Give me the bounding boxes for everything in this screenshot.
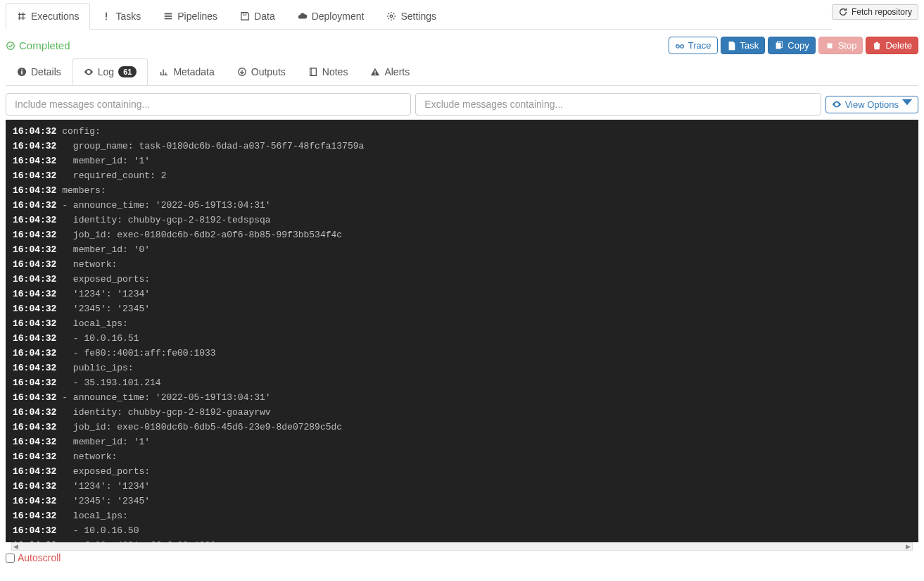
log-line: 16:04:32 local_ips:: [13, 316, 911, 331]
horizontal-scrollbar[interactable]: ◀▶: [11, 542, 913, 551]
exclamation-icon: [101, 11, 111, 21]
log-line: 16:04:32 '2345': '2345': [13, 301, 911, 316]
refresh-icon: [838, 7, 848, 17]
status-label: Completed: [19, 39, 70, 51]
stop-label: Stop: [838, 40, 857, 51]
subtab-outputs-label: Outputs: [251, 66, 286, 77]
log-line: 16:04:32 group_name: task-0180dc6b-6dad-…: [13, 139, 911, 154]
svg-rect-3: [165, 15, 172, 17]
delete-button[interactable]: Delete: [866, 37, 918, 54]
subtab-alerts[interactable]: Alerts: [359, 58, 421, 85]
save-icon: [240, 11, 250, 21]
svg-rect-12: [827, 43, 832, 48]
copy-icon: [774, 41, 784, 51]
tab-pipelines[interactable]: Pipelines: [152, 3, 229, 30]
subtab-alerts-label: Alerts: [384, 66, 410, 77]
hash-icon: [17, 11, 27, 21]
tab-settings[interactable]: Settings: [375, 3, 448, 30]
svg-point-6: [391, 15, 393, 18]
log-line: 16:04:32 - announce_time: '2022-05-19T13…: [13, 198, 911, 213]
subtab-log-label: Log: [98, 66, 114, 77]
check-circle-icon: [6, 41, 15, 51]
subtab-details[interactable]: Details: [6, 58, 72, 85]
log-line: 16:04:32 exposed_ports:: [13, 272, 911, 287]
tab-data[interactable]: Data: [229, 3, 286, 30]
log-count-badge: 61: [118, 66, 137, 77]
log-line: 16:04:32 config:: [13, 124, 911, 139]
status-badge: Completed: [6, 39, 70, 51]
log-line: 16:04:32 exposed_ports:: [13, 464, 911, 479]
eye-icon: [832, 99, 842, 109]
top-nav-tabs: Executions Tasks Pipelines Data Deployme…: [6, 3, 832, 30]
list-icon: [163, 11, 173, 21]
subtab-log[interactable]: Log 61: [72, 58, 148, 85]
log-line: 16:04:32 network:: [13, 449, 911, 464]
subtab-notes[interactable]: Notes: [297, 58, 360, 85]
log-line: 16:04:32 - 35.193.101.214: [13, 375, 911, 390]
log-line: 16:04:32 public_ips:: [13, 361, 911, 375]
svg-rect-1: [106, 19, 108, 20]
log-line: 16:04:32 member_id: '1': [13, 154, 911, 168]
include-filter-input[interactable]: [6, 93, 411, 115]
log-line: 16:04:32 member_id: '1': [13, 435, 911, 449]
sub-nav-tabs: Details Log 61 Metadata Outputs Notes Al…: [6, 58, 918, 86]
copy-button[interactable]: Copy: [768, 37, 815, 54]
task-label: Task: [740, 40, 759, 51]
log-line: 16:04:32 member_id: '0': [13, 242, 911, 257]
cloud-icon: [298, 11, 308, 21]
tab-tasks[interactable]: Tasks: [90, 3, 152, 30]
task-button[interactable]: Task: [721, 37, 766, 54]
autoscroll-label[interactable]: Autoscroll: [18, 552, 61, 563]
trace-button[interactable]: Trace: [669, 37, 718, 54]
log-line: 16:04:32 members:: [13, 183, 911, 198]
log-line: 16:04:32 '2345': '2345': [13, 494, 911, 508]
gear-icon: [386, 11, 396, 21]
glasses-icon: [675, 41, 685, 51]
caret-down-icon: [902, 99, 912, 109]
view-options-label: View Options: [845, 99, 899, 110]
tab-executions[interactable]: Executions: [6, 3, 90, 30]
svg-rect-18: [375, 74, 376, 75]
log-line: 16:04:32 job_id: exec-0180dc6b-6db2-a0f6…: [13, 227, 911, 242]
log-output[interactable]: 16:04:32 config:16:04:32 group_name: tas…: [6, 120, 918, 542]
stop-button: Stop: [818, 37, 863, 54]
svg-rect-2: [165, 13, 172, 15]
info-icon: [17, 67, 27, 77]
svg-rect-15: [21, 70, 23, 71]
autoscroll-checkbox[interactable]: [6, 554, 15, 563]
subtab-metadata[interactable]: Metadata: [148, 58, 225, 85]
warning-icon: [370, 67, 380, 77]
log-line: 16:04:32 identity: chubby-gcp-2-8192-ted…: [13, 213, 911, 227]
book-icon: [308, 67, 318, 77]
log-line: 16:04:32 - announce_time: '2022-05-19T13…: [13, 390, 911, 405]
log-line: 16:04:32 - 10.0.16.51: [13, 331, 911, 346]
fetch-repository-button[interactable]: Fetch repository: [832, 4, 918, 20]
tab-deployment[interactable]: Deployment: [286, 3, 376, 30]
subtab-outputs[interactable]: Outputs: [226, 58, 297, 85]
log-line: 16:04:32 - fe80::4001:aff:fe00:1033: [13, 346, 911, 361]
fetch-repository-label: Fetch repository: [852, 7, 912, 17]
log-line: 16:04:32 - 10.0.16.50: [13, 523, 911, 538]
tab-settings-label: Settings: [400, 11, 436, 22]
log-line: 16:04:32 required_count: 2: [13, 168, 911, 183]
tab-deployment-label: Deployment: [312, 11, 365, 22]
download-icon: [237, 67, 247, 77]
tab-executions-label: Executions: [31, 11, 79, 22]
view-options-button[interactable]: View Options: [825, 96, 918, 113]
log-line: 16:04:32 '1234': '1234': [13, 287, 911, 301]
delete-label: Delete: [885, 40, 912, 51]
tab-pipelines-label: Pipelines: [177, 11, 217, 22]
subtab-notes-label: Notes: [322, 66, 348, 77]
exclude-filter-input[interactable]: [415, 93, 821, 115]
action-buttons: Trace Task Copy Stop Delete: [669, 37, 918, 54]
trace-label: Trace: [688, 40, 711, 51]
svg-rect-4: [165, 18, 172, 20]
svg-rect-14: [21, 71, 23, 74]
log-line: 16:04:32 network:: [13, 257, 911, 272]
tab-data-label: Data: [254, 11, 275, 22]
log-line: 16:04:32 local_ips:: [13, 508, 911, 523]
subtab-details-label: Details: [31, 66, 61, 77]
tab-tasks-label: Tasks: [115, 11, 141, 22]
trash-icon: [872, 41, 882, 51]
log-line: 16:04:32 job_id: exec-0180dc6b-6db5-45d6…: [13, 420, 911, 435]
